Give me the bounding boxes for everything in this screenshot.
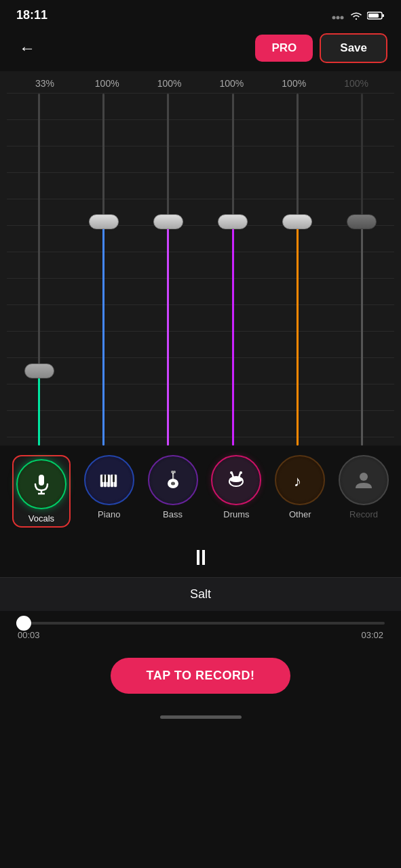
piano-circle — [84, 455, 134, 505]
instrument-other[interactable]: ♪ Other — [275, 455, 325, 528]
header: ← PRO Save — [0, 28, 401, 71]
song-title: Salt — [0, 577, 401, 611]
time-row: 00:03 03:02 — [16, 630, 385, 640]
other-circle: ♪ — [275, 455, 325, 505]
bass-circle — [148, 455, 198, 505]
svg-rect-14 — [102, 475, 104, 482]
drums-circle — [211, 455, 261, 505]
record-circle — [339, 455, 389, 505]
home-indicator — [0, 710, 401, 727]
home-bar — [160, 715, 242, 719]
progress-thumb[interactable] — [16, 616, 31, 631]
svg-point-28 — [230, 471, 233, 474]
svg-rect-4 — [383, 14, 385, 17]
fader-other[interactable] — [270, 94, 324, 446]
percent-drums: 100% — [204, 78, 259, 89]
fader-drums[interactable] — [206, 94, 260, 446]
svg-rect-15 — [106, 475, 108, 482]
fader-thumb-drums[interactable] — [218, 214, 248, 229]
piano-label: Piano — [98, 509, 120, 519]
fader-thumb-vocals[interactable] — [24, 363, 54, 378]
fader-record[interactable] — [335, 94, 389, 446]
vocals-icon — [29, 472, 54, 496]
progress-bar[interactable] — [16, 622, 385, 625]
record-label: Record — [349, 509, 378, 519]
progress-section: 00:03 03:02 — [0, 611, 401, 646]
tap-to-record-button[interactable]: TAP TO RECORD! — [111, 658, 290, 694]
percent-row: 33% 100% 100% 100% 100% 100% — [7, 78, 394, 93]
svg-text:♪: ♪ — [294, 473, 301, 490]
header-actions: PRO Save — [255, 33, 387, 63]
svg-rect-5 — [368, 14, 379, 18]
svg-point-1 — [337, 16, 340, 19]
playback-controls: ⏸ — [0, 534, 401, 577]
percent-other: 100% — [267, 78, 321, 89]
percent-record: 100% — [329, 78, 383, 89]
svg-point-31 — [360, 473, 368, 481]
back-button[interactable]: ← — [14, 36, 41, 60]
other-label: Other — [289, 509, 311, 519]
drums-label: Drums — [223, 509, 249, 519]
percent-piano: 100% — [80, 78, 134, 89]
fader-bass[interactable] — [141, 94, 195, 446]
vocals-circle — [16, 459, 66, 509]
fader-piano[interactable] — [77, 94, 131, 446]
svg-rect-6 — [39, 475, 44, 486]
instrument-bass[interactable]: Bass — [148, 455, 198, 528]
record-icon — [351, 468, 376, 492]
status-bar: 18:11 — [0, 0, 401, 28]
signal-icon — [332, 11, 345, 20]
wifi-icon — [349, 11, 363, 20]
mixer: 33% 100% 100% 100% 100% 100% — [0, 71, 401, 446]
current-time: 00:03 — [18, 630, 40, 640]
svg-point-25 — [229, 477, 243, 482]
battery-icon — [367, 11, 385, 20]
total-time: 03:02 — [361, 630, 383, 640]
fader-thumb-other[interactable] — [282, 214, 312, 229]
bass-label: Bass — [163, 509, 183, 519]
fader-thumb-piano[interactable] — [89, 214, 119, 229]
record-section: TAP TO RECORD! — [0, 646, 401, 710]
fader-thumb-record[interactable] — [347, 214, 377, 229]
pro-button[interactable]: PRO — [255, 35, 313, 62]
svg-point-29 — [240, 471, 242, 474]
svg-rect-16 — [113, 475, 115, 482]
percent-vocals: 33% — [18, 78, 72, 89]
vocals-label: Vocals — [28, 513, 54, 524]
pause-button[interactable]: ⏸ — [190, 545, 212, 570]
svg-point-0 — [332, 16, 336, 19]
svg-point-18 — [171, 482, 175, 486]
instrument-record[interactable]: Record — [339, 455, 389, 528]
status-time: 18:11 — [16, 8, 47, 22]
percent-bass: 100% — [142, 78, 197, 89]
svg-point-21 — [173, 471, 176, 473]
fader-vocals[interactable] — [12, 94, 66, 446]
drums-icon — [224, 468, 248, 492]
save-button[interactable]: Save — [320, 33, 387, 63]
instrument-drums[interactable]: Drums — [211, 455, 261, 528]
bass-icon — [161, 468, 185, 492]
status-icons — [332, 11, 385, 20]
fader-grid — [7, 93, 394, 446]
instruments-row: Vocals Piano — [0, 446, 401, 534]
instrument-piano[interactable]: Piano — [84, 455, 134, 528]
instrument-vocals[interactable]: Vocals — [12, 455, 71, 528]
other-icon: ♪ — [288, 468, 312, 492]
fader-thumb-bass[interactable] — [153, 214, 183, 229]
piano-icon — [97, 468, 121, 492]
svg-point-2 — [341, 16, 344, 19]
